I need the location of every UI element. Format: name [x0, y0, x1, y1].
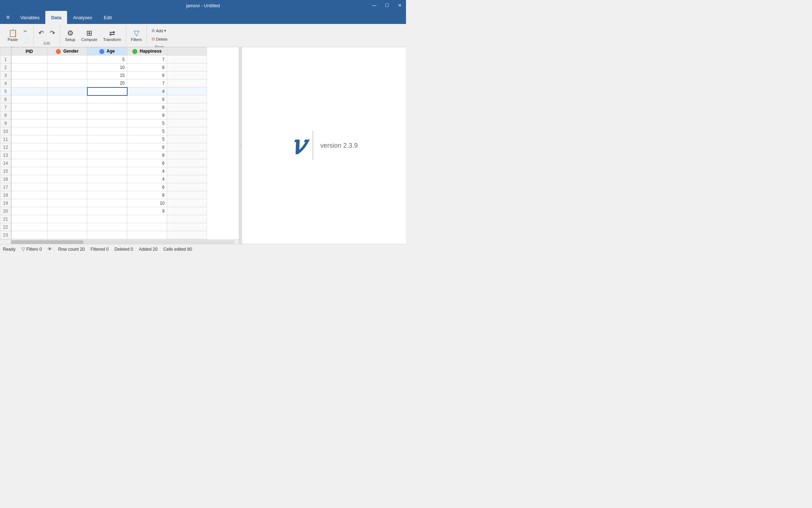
- cell-pid-17[interactable]: [11, 183, 47, 191]
- cell-age-11[interactable]: [87, 135, 127, 143]
- cell-gender-17[interactable]: [47, 183, 87, 191]
- minimize-button[interactable]: —: [368, 0, 381, 11]
- cell-gender-2[interactable]: [47, 64, 87, 71]
- cell-happiness-14[interactable]: 6: [127, 159, 167, 167]
- cell-pid-5[interactable]: [11, 87, 47, 95]
- cell-age-13[interactable]: [87, 151, 127, 159]
- cell-pid-13[interactable]: [11, 151, 47, 159]
- redo-button[interactable]: ↷: [47, 28, 58, 38]
- cell-extra-4[interactable]: [167, 79, 207, 87]
- cell-happiness-13[interactable]: 8: [127, 151, 167, 159]
- cell-extra-20[interactable]: [167, 207, 207, 215]
- cut-button[interactable]: ✂: [21, 28, 31, 35]
- cell-age-12[interactable]: [87, 143, 127, 151]
- cell-pid-12[interactable]: [11, 143, 47, 151]
- cell-extra-22[interactable]: [167, 223, 207, 231]
- cell-extra-15[interactable]: [167, 167, 207, 175]
- cell-happiness-15[interactable]: 4: [127, 167, 167, 175]
- cell-happiness-6[interactable]: 6: [127, 95, 167, 103]
- cell-age-8[interactable]: [87, 111, 127, 119]
- cell-extra-2[interactable]: [167, 64, 207, 71]
- cell-extra-21[interactable]: [167, 215, 207, 223]
- cell-extra-9[interactable]: [167, 119, 207, 127]
- cell-pid-8[interactable]: [11, 111, 47, 119]
- cell-age-1[interactable]: 5: [87, 56, 127, 64]
- cell-age-23[interactable]: [87, 231, 127, 239]
- col-header-happiness[interactable]: Happiness: [127, 48, 167, 56]
- col-header-pid[interactable]: PID: [11, 48, 47, 56]
- col-header-age[interactable]: Age: [87, 48, 127, 56]
- cell-gender-13[interactable]: [47, 151, 87, 159]
- cell-pid-1[interactable]: [11, 56, 47, 64]
- col-header-gender[interactable]: Gender: [47, 48, 87, 56]
- cell-pid-14[interactable]: [11, 159, 47, 167]
- close-button[interactable]: ✕: [393, 0, 406, 11]
- rows-delete-button[interactable]: ⊟ Delete: [149, 35, 170, 43]
- cell-pid-9[interactable]: [11, 119, 47, 127]
- status-eye-icon[interactable]: 👁: [47, 246, 52, 252]
- cell-happiness-11[interactable]: 5: [127, 135, 167, 143]
- cell-happiness-12[interactable]: 6: [127, 143, 167, 151]
- rows-add-button[interactable]: ⊞ Add ▾: [149, 27, 169, 34]
- cell-age-19[interactable]: [87, 199, 127, 207]
- cell-gender-20[interactable]: [47, 207, 87, 215]
- cell-happiness-4[interactable]: 7: [127, 79, 167, 87]
- cell-gender-22[interactable]: [47, 223, 87, 231]
- tab-edit[interactable]: Edit: [98, 11, 117, 24]
- cell-pid-18[interactable]: [11, 191, 47, 199]
- cell-age-15[interactable]: [87, 167, 127, 175]
- horizontal-scrollbar[interactable]: [0, 239, 239, 244]
- cell-age-3[interactable]: 15: [87, 71, 127, 79]
- cell-happiness-3[interactable]: 6: [127, 71, 167, 79]
- cell-pid-11[interactable]: [11, 135, 47, 143]
- cell-happiness-18[interactable]: 8: [127, 191, 167, 199]
- cell-age-10[interactable]: [87, 127, 127, 135]
- cell-pid-15[interactable]: [11, 167, 47, 175]
- cell-extra-13[interactable]: [167, 151, 207, 159]
- cell-extra-19[interactable]: [167, 199, 207, 207]
- cell-pid-7[interactable]: [11, 103, 47, 111]
- cell-extra-11[interactable]: [167, 135, 207, 143]
- cell-happiness-1[interactable]: 7: [127, 56, 167, 64]
- cell-extra-6[interactable]: [167, 95, 207, 103]
- cell-happiness-19[interactable]: 10: [127, 199, 167, 207]
- tab-data[interactable]: Data: [45, 11, 67, 24]
- cell-pid-22[interactable]: [11, 223, 47, 231]
- tab-variables[interactable]: Variables: [14, 11, 45, 24]
- status-filters-icon[interactable]: ▽ Filters 0: [21, 246, 42, 252]
- cell-gender-12[interactable]: [47, 143, 87, 151]
- cell-pid-4[interactable]: [11, 79, 47, 87]
- cell-gender-10[interactable]: [47, 127, 87, 135]
- cell-pid-23[interactable]: [11, 231, 47, 239]
- cell-happiness-16[interactable]: 4: [127, 175, 167, 183]
- cell-gender-14[interactable]: [47, 159, 87, 167]
- cell-gender-11[interactable]: [47, 135, 87, 143]
- cell-pid-3[interactable]: [11, 71, 47, 79]
- cell-gender-4[interactable]: [47, 79, 87, 87]
- cell-gender-15[interactable]: [47, 167, 87, 175]
- filters-button[interactable]: ▽ Filters: [128, 27, 144, 44]
- undo-button[interactable]: ↶: [36, 28, 46, 38]
- cell-happiness-23[interactable]: [127, 231, 167, 239]
- cell-extra-17[interactable]: [167, 183, 207, 191]
- cell-pid-6[interactable]: [11, 95, 47, 103]
- cell-age-20[interactable]: [87, 207, 127, 215]
- cell-age-4[interactable]: 20: [87, 79, 127, 87]
- cell-happiness-21[interactable]: [127, 215, 167, 223]
- panel-resize-handle[interactable]: ⋮: [239, 47, 242, 244]
- compute-button[interactable]: ⊞ Compute: [79, 27, 100, 44]
- col-header-extra1[interactable]: [167, 48, 207, 56]
- cell-extra-3[interactable]: [167, 71, 207, 79]
- cell-age-6[interactable]: [87, 95, 127, 103]
- cell-age-17[interactable]: [87, 183, 127, 191]
- hamburger-menu[interactable]: ≡: [1, 11, 14, 24]
- cell-gender-19[interactable]: [47, 199, 87, 207]
- cell-happiness-9[interactable]: 5: [127, 119, 167, 127]
- cell-extra-16[interactable]: [167, 175, 207, 183]
- cell-extra-5[interactable]: [167, 87, 207, 95]
- cell-pid-2[interactable]: [11, 64, 47, 71]
- cell-pid-19[interactable]: [11, 199, 47, 207]
- cell-pid-20[interactable]: [11, 207, 47, 215]
- cell-gender-6[interactable]: [47, 95, 87, 103]
- cell-extra-12[interactable]: [167, 143, 207, 151]
